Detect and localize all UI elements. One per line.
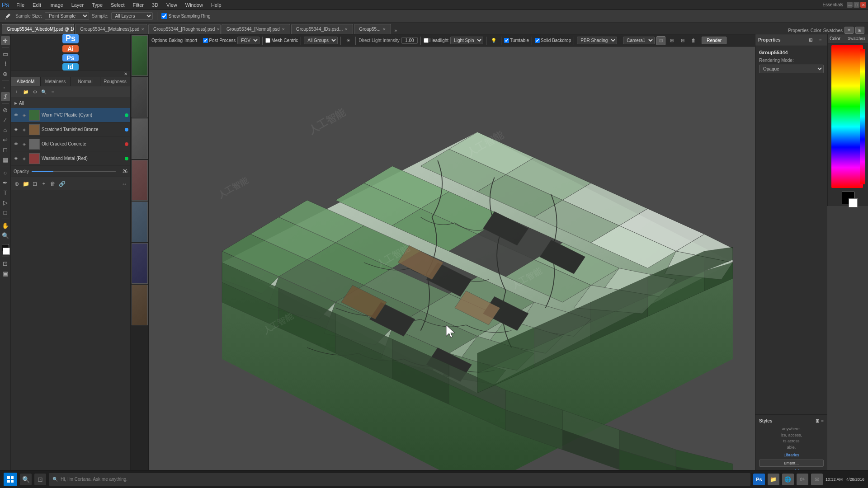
hue-bar[interactable] <box>860 49 865 184</box>
properties-expand-btn[interactable]: ⊞ <box>807 36 815 44</box>
view-single-btn[interactable]: ⊡ <box>656 36 665 45</box>
post-process-checkbox[interactable] <box>203 38 208 43</box>
close-button[interactable]: ✕ <box>860 2 866 8</box>
menu-window[interactable]: Window <box>182 1 207 9</box>
cortana-search[interactable]: 🔍 Hi, I'm Cortana. Ask me anything. <box>49 473 750 486</box>
tab-roughness[interactable]: Group55344_[Roughness].psd ✕ <box>148 24 221 34</box>
tab-ids[interactable]: Group55344_IDs.psd... ✕ <box>291 24 353 34</box>
clone-tool[interactable]: ⌂ <box>1 125 10 134</box>
zoom-tool[interactable]: 🔍 <box>1 231 10 240</box>
options-menu[interactable]: Options <box>151 38 167 43</box>
quick-mask-tool[interactable]: ⊡ <box>1 259 10 268</box>
light-spin-select[interactable]: Light Spin <box>450 37 483 44</box>
gradient-tool[interactable]: ▦ <box>1 155 10 164</box>
taskbar-ps[interactable]: Ps <box>753 474 765 485</box>
styles-list-btn[interactable]: ≡ <box>821 418 824 423</box>
menu-filter[interactable]: Filter <box>129 1 147 9</box>
menu-image[interactable]: Image <box>46 1 67 9</box>
background-swatch[interactable] <box>849 198 858 207</box>
panel-toggle-properties[interactable]: Properties <box>788 28 809 33</box>
menu-edit[interactable]: Edit <box>29 1 45 9</box>
show-sampling-ring-check[interactable]: Show Sampling Ring <box>161 13 211 19</box>
lasso-tool[interactable]: ⌇ <box>1 59 10 68</box>
show-sampling-ring-checkbox[interactable] <box>161 13 167 19</box>
styles-grid-btn[interactable]: ⊞ <box>816 418 819 423</box>
opacity-slider[interactable] <box>32 171 116 172</box>
view-settings-btn[interactable]: ⊟ <box>678 36 687 45</box>
layer-row-worn-pvc[interactable]: 👁 ◈ Worn PVC Plastic (Cyan) <box>11 108 130 122</box>
layer-options-btn[interactable]: ⋯ <box>58 88 66 96</box>
tab-normal[interactable]: Group55344_[Normal].psd ✕ <box>222 24 290 34</box>
menu-type[interactable]: Type <box>88 1 106 9</box>
sample-select[interactable]: All Layers Current Layer <box>111 12 153 20</box>
create-layer-btn[interactable]: + <box>40 180 48 188</box>
tab-roughness-close[interactable]: ✕ <box>217 27 220 32</box>
preview-thumb-7[interactable] <box>132 285 148 325</box>
layer-vis-worn-pvc[interactable]: 👁 <box>13 112 19 118</box>
layer-mask-btn[interactable]: ⊡ <box>31 180 39 188</box>
tab-normal-close[interactable]: ✕ <box>282 27 285 32</box>
mesh-centric-checkbox[interactable] <box>265 38 270 43</box>
layer-group-btn[interactable]: 📁 <box>22 180 30 188</box>
layer-expand-btn[interactable]: ↔ <box>120 180 128 188</box>
path-selection-tool[interactable]: ▷ <box>1 198 10 207</box>
render-button[interactable]: Render <box>702 37 726 44</box>
import-menu[interactable]: Import <box>184 38 197 43</box>
tab-metalness[interactable]: Group55344_[Metalness].psd ✕ <box>75 24 147 34</box>
dodge-tool[interactable]: ○ <box>1 168 10 177</box>
headlight-check[interactable]: Headlight <box>424 38 448 43</box>
layer-filter-btn[interactable]: ≡ <box>49 88 57 96</box>
properties-close-btn[interactable]: ≡ <box>816 36 825 44</box>
fov-select[interactable]: FOV <box>237 37 259 44</box>
menu-file[interactable]: File <box>13 1 28 9</box>
menu-3d[interactable]: 3D <box>148 1 162 9</box>
layers-panel-close[interactable]: ✕ <box>124 71 127 76</box>
screen-mode-tool[interactable]: ▣ <box>1 269 10 278</box>
direct-light-value-input[interactable] <box>401 37 418 44</box>
viewport-3d[interactable]: 人工智能 人工智能 人工智能 人工智能 人工智能 人工智能 <box>149 47 755 478</box>
brush-tool[interactable]: ∕ <box>1 115 10 124</box>
preview-thumb-2[interactable] <box>132 77 148 117</box>
text-tool[interactable]: T <box>1 188 10 197</box>
preview-thumb-3[interactable] <box>132 118 148 159</box>
layer-settings-btn[interactable]: ⚙ <box>31 88 39 96</box>
all-layers-row[interactable]: ▶ All <box>11 98 130 108</box>
create-new-layer-btn[interactable]: + <box>13 88 21 96</box>
layer-tab-metalness[interactable]: Metalness <box>41 77 71 86</box>
background-color[interactable] <box>3 248 10 255</box>
layer-tab-normal[interactable]: Normal <box>71 77 100 86</box>
turntable-check[interactable]: Turntable <box>504 38 529 43</box>
camera-select[interactable]: Camera1 <box>623 37 655 44</box>
layer-row-wasteland[interactable]: 👁 ◈ Wasteland Metal (Red) <box>11 151 130 166</box>
preview-thumb-5[interactable] <box>132 202 148 242</box>
delete-layer-btn[interactable]: 🗑 <box>49 180 57 188</box>
preview-thumb-6[interactable] <box>132 243 148 284</box>
view-more-btn[interactable]: 🗑 <box>689 36 698 45</box>
taskbar-edge[interactable]: 🌐 <box>782 474 794 485</box>
document-btn[interactable]: ument... <box>759 460 824 467</box>
libraries-link[interactable]: Libraries <box>759 452 824 459</box>
layer-tab-roughness[interactable]: Roughness <box>100 77 130 86</box>
history-tool[interactable]: ↩ <box>1 135 10 144</box>
layer-row-concrete[interactable]: 👁 ◈ Old Cracked Concrete <box>11 137 130 151</box>
mesh-centric-check[interactable]: Mesh Centric <box>265 38 298 43</box>
layer-folder-btn[interactable]: 📁 <box>22 88 30 96</box>
layer-vis-concrete[interactable]: 👁 <box>13 141 19 147</box>
baking-menu[interactable]: Baking <box>169 38 183 43</box>
hand-tool[interactable]: ✋ <box>1 221 10 230</box>
foreground-swatch[interactable] <box>842 192 854 204</box>
color-gradient[interactable] <box>831 45 863 188</box>
preview-thumb-1[interactable] <box>132 35 148 76</box>
post-process-check[interactable]: Post Process <box>203 38 236 43</box>
solid-backdrop-check[interactable]: Solid Backdrop <box>535 38 571 43</box>
pbr-shading-select[interactable]: PBR Shading <box>577 37 617 44</box>
quick-selection-tool[interactable]: ⊕ <box>1 69 10 78</box>
tab-group55-close[interactable]: ✕ <box>382 27 386 32</box>
turntable-checkbox[interactable] <box>504 38 509 43</box>
maximize-button[interactable]: □ <box>854 2 859 8</box>
link-layers-btn[interactable]: 🔗 <box>58 180 66 188</box>
headlight-checkbox[interactable] <box>424 38 429 43</box>
eyedropper-tool[interactable]: 𝓘 <box>1 92 10 101</box>
rendering-mode-select[interactable]: Opaque Transparent Cutout <box>759 65 824 73</box>
tab-albedo[interactable]: Group55344_[AlbedoM].psd @ 16.7% (Worn P… <box>2 24 74 34</box>
